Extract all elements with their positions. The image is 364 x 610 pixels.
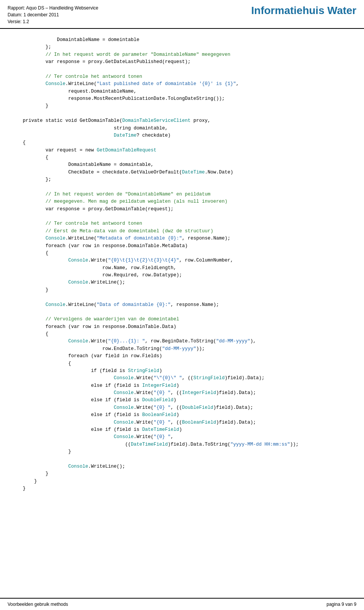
page-footer: Voorbeelden gebruik methods pagina 9 van… xyxy=(0,598,364,610)
footer-right: pagina 9 van 9 xyxy=(326,602,356,607)
doc-date: Datum: 1 december 2011 xyxy=(8,11,98,18)
main-content: DomaintableName = domeintable }; // In h… xyxy=(0,29,364,515)
org-title: Informatiehuis Water xyxy=(251,5,356,17)
doc-title: Rapport: Aquo DS – Handleiding Webservic… xyxy=(8,5,98,11)
document-info: Rapport: Aquo DS – Handleiding Webservic… xyxy=(8,5,98,25)
footer-left: Voorbeelden gebruik methods xyxy=(8,602,68,607)
doc-version: Versie: 1.2 xyxy=(8,18,98,25)
page-header: Rapport: Aquo DS – Handleiding Webservic… xyxy=(0,0,364,29)
code-block: DomaintableName = domeintable }; // In h… xyxy=(23,36,341,492)
